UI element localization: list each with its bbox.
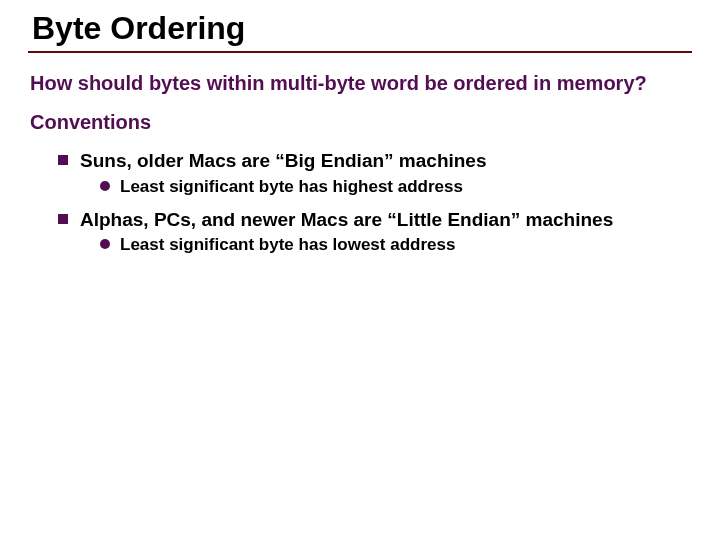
slide: Byte Ordering How should bytes within mu… — [0, 0, 720, 540]
list-subitem: Least significant byte has lowest addres… — [100, 234, 692, 256]
list-item-text: Suns, older Macs are “Big Endian” machin… — [80, 149, 487, 174]
list-item: Suns, older Macs are “Big Endian” machin… — [58, 149, 692, 174]
square-bullet-icon — [58, 155, 68, 165]
slide-title: Byte Ordering — [28, 10, 692, 47]
list-subitem-text: Least significant byte has highest addre… — [120, 176, 463, 198]
section-heading: Conventions — [28, 110, 692, 135]
square-bullet-icon — [58, 214, 68, 224]
question-text: How should bytes within multi-byte word … — [30, 72, 647, 94]
list-item: Alphas, PCs, and newer Macs are “Little … — [58, 208, 692, 233]
circle-bullet-icon — [100, 239, 110, 249]
circle-bullet-icon — [100, 181, 110, 191]
title-underline — [28, 51, 692, 53]
list-item-text: Alphas, PCs, and newer Macs are “Little … — [80, 208, 613, 233]
bullet-list: Suns, older Macs are “Big Endian” machin… — [28, 149, 692, 257]
list-subitem: Least significant byte has highest addre… — [100, 176, 692, 198]
question-heading: How should bytes within multi-byte word … — [28, 71, 692, 96]
list-subitem-text: Least significant byte has lowest addres… — [120, 234, 455, 256]
